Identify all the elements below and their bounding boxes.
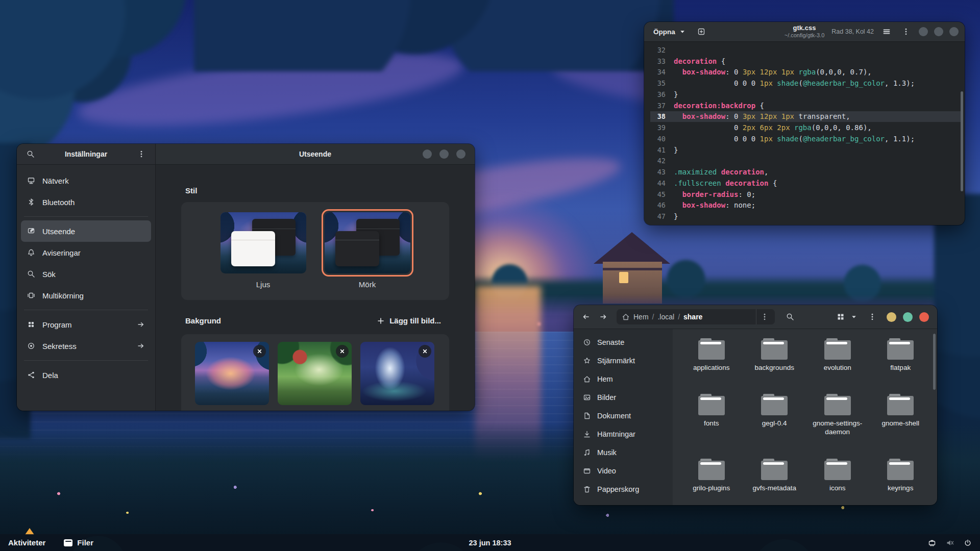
line-number: 41 [650, 146, 666, 154]
sidebar-item-senaste[interactable]: Senaste [578, 333, 669, 352]
new-tab-button[interactable] [695, 25, 708, 38]
sidebar-item-utseende[interactable]: Utseende [21, 220, 151, 242]
folder-item[interactable]: icons [806, 459, 869, 492]
minimize-button[interactable] [423, 149, 432, 159]
sidebar-item-hamtningar[interactable]: Hämtningar [578, 425, 669, 443]
files-headerbar: Hem/.local/share [574, 305, 937, 329]
sidebar-item-aviseringar[interactable]: Aviseringar [21, 242, 151, 263]
folder-item[interactable]: applications [680, 338, 743, 372]
open-button[interactable]: Öppna [650, 26, 690, 38]
background-thumbnail-garden[interactable] [278, 342, 352, 405]
folder-item[interactable]: flatpak [869, 338, 932, 372]
path-segment[interactable]: share [683, 313, 702, 321]
code-line[interactable]: 36} [650, 89, 961, 100]
close-button[interactable] [919, 312, 929, 322]
background-thumbnail-blue-canyon[interactable] [360, 342, 434, 405]
path-bar[interactable]: Hem/.local/share [617, 309, 775, 324]
sidebar-item-papperskorg[interactable]: Papperskorg [578, 480, 669, 498]
maximize-button[interactable] [934, 27, 943, 36]
code-line[interactable]: 45 border-radius: 0; [650, 189, 961, 200]
code-line[interactable]: 40 0 0 0 1px shade(@headerbar_bg_color, … [650, 133, 961, 144]
code-line[interactable]: 34 box-shadow: 0 3px 12px 1px rgba(0,0,0… [650, 67, 961, 78]
code-line[interactable]: 41} [650, 144, 961, 156]
folder-item[interactable]: grilo-plugins [680, 459, 743, 492]
code-line[interactable]: 32 [650, 44, 961, 56]
folder-item[interactable]: keyrings [869, 459, 932, 492]
folder-item[interactable]: backgrounds [743, 338, 805, 372]
view-menu-button[interactable] [880, 25, 893, 38]
minimize-button[interactable] [887, 312, 896, 322]
path-segment[interactable]: Hem [633, 313, 649, 321]
maximize-button[interactable] [439, 149, 449, 159]
menu-dots-icon [761, 313, 769, 321]
close-button[interactable] [949, 27, 959, 36]
remove-background-button[interactable] [419, 345, 431, 358]
editor-code-area[interactable]: 3233decoration {34 box-shadow: 0 3px 12p… [644, 42, 965, 222]
code-line[interactable]: 35 0 0 0 1px shade(@headerbar_bg_color, … [650, 78, 961, 89]
folder-item[interactable]: gegl-0.4 [743, 394, 805, 428]
sidebar-item-hem[interactable]: Hem [578, 370, 669, 388]
path-segment[interactable]: .local [657, 313, 674, 321]
sidebar-item-program[interactable]: Program [21, 314, 151, 335]
code-line[interactable]: 42 [650, 156, 961, 167]
line-number: 39 [650, 123, 666, 132]
cursor-position[interactable]: Rad 38, Kol 42 [831, 28, 874, 35]
activities-button[interactable]: Aktiviteter [8, 538, 45, 547]
sidebar-item-dokument[interactable]: Dokument [578, 407, 669, 425]
sidebar-item-sok[interactable]: Sök [21, 263, 151, 285]
sidebar-item-musik[interactable]: Musik [578, 443, 669, 462]
sidebar-item-dela[interactable]: Dela [21, 364, 151, 386]
sidebar-item-bluetooth[interactable]: Bluetooth [21, 191, 151, 213]
code-line[interactable]: 37decoration:backdrop { [650, 100, 961, 111]
sidebar-item-bilder[interactable]: Bilder [578, 388, 669, 407]
sidebar-item-sekretess[interactable]: Sekretess [21, 335, 151, 357]
sidebar-item-stjarnmarkt[interactable]: Stjärnmärkt [578, 352, 669, 370]
code-line[interactable]: 44.fullscreen decoration { [650, 178, 961, 189]
settings-search-button[interactable] [24, 147, 37, 161]
code-line[interactable]: 33decoration { [650, 56, 961, 67]
path-menu-button[interactable] [756, 309, 773, 324]
editor-scrollbar[interactable] [961, 46, 963, 219]
back-button[interactable] [579, 310, 593, 324]
files-menu-button[interactable] [865, 310, 879, 324]
clock[interactable]: 23 jun 18:33 [469, 539, 511, 547]
folder-icon [698, 338, 725, 360]
code-line[interactable]: 46 box-shadow: none; [650, 200, 961, 211]
code-line[interactable]: 38 box-shadow: 0 3px 12px 1px transparen… [650, 111, 961, 122]
folder-item[interactable]: evolution [806, 338, 869, 372]
files-search-button[interactable] [783, 310, 797, 324]
folder-item[interactable]: fonts [680, 394, 743, 428]
minimize-button[interactable] [919, 27, 928, 36]
view-toggle-button[interactable] [834, 310, 848, 324]
close-button[interactable] [456, 149, 465, 159]
files-scrollbar[interactable] [933, 334, 936, 390]
maximize-button[interactable] [903, 312, 913, 322]
remove-background-button[interactable] [336, 345, 349, 358]
folder-item[interactable]: gvfs-metadata [743, 459, 805, 492]
downloads-icon [583, 430, 591, 438]
background-thumbnail-sunset-lake[interactable] [195, 342, 269, 405]
sidebar-item-natverk[interactable]: Nätverk [21, 170, 151, 191]
code-text: border-radius: 0; [674, 190, 755, 198]
line-number: 45 [650, 190, 666, 198]
code-line[interactable]: 47} [650, 211, 961, 222]
folder-item[interactable]: gnome-settings-daemon [806, 394, 869, 436]
folder-item[interactable]: gnome-shell [869, 394, 932, 428]
view-options-button[interactable] [849, 310, 859, 324]
add-image-button[interactable]: Lägg till bild... [373, 314, 445, 328]
remove-background-button[interactable] [253, 345, 266, 358]
primary-menu-button[interactable] [899, 25, 913, 38]
style-option-dark[interactable]: Mörk [322, 209, 413, 289]
settings-sidebar: Inställningar NätverkBluetoothUtseendeAv… [17, 144, 156, 411]
forward-button[interactable] [596, 310, 610, 324]
code-line[interactable]: 39 0 2px 6px 2px rgba(0,0,0, 0.86), [650, 122, 961, 133]
code-line[interactable]: 43.maximized decoration, [650, 166, 961, 178]
focused-app-menu[interactable]: Filer [64, 538, 93, 547]
sidebar-item-multikorning[interactable]: Multikörning [21, 285, 151, 306]
dark-preview-frame [322, 209, 413, 277]
system-tray[interactable] [928, 539, 972, 547]
settings-menu-button[interactable] [135, 147, 148, 161]
sidebar-item-video[interactable]: Video [578, 462, 669, 480]
style-option-light[interactable]: Ljus [217, 209, 309, 289]
code-text: } [674, 90, 678, 98]
